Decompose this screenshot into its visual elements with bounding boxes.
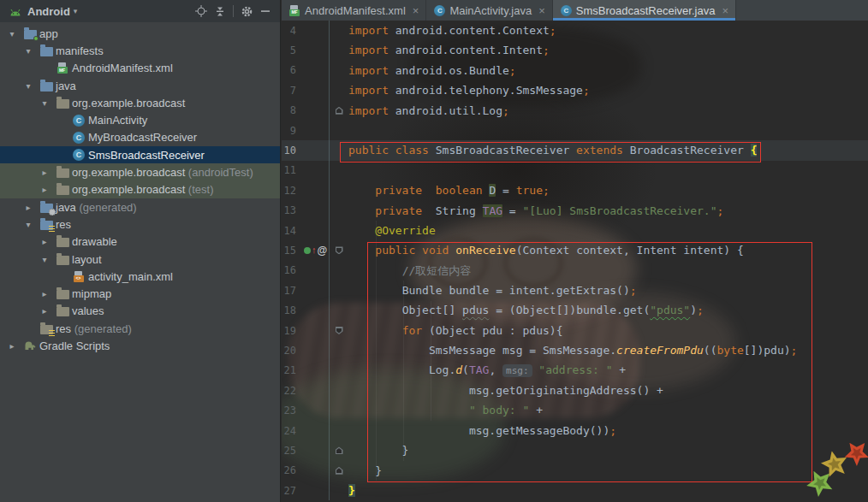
tree-item-label: MyBroadcastReceiver: [88, 131, 197, 144]
chevron-expanded-icon[interactable]: ▾: [23, 81, 33, 91]
tree-item-mipmap[interactable]: ▸mipmap: [0, 285, 280, 302]
code-text: }: [348, 461, 382, 481]
tree-item-label: layout: [72, 253, 102, 266]
tree-item-manifests[interactable]: ▾manifests: [0, 42, 280, 59]
tree-item-smsbroadcastreceiver[interactable]: CSmsBroadcastReceiver: [0, 146, 280, 163]
chevron-collapsed-icon[interactable]: ▸: [39, 168, 50, 177]
tab-close-icon[interactable]: ×: [413, 4, 419, 17]
code-line-14[interactable]: 14 @Override: [282, 221, 868, 240]
tree-item-drawable[interactable]: ▸drawable: [0, 233, 280, 251]
code-text: private boolean D = true;: [348, 180, 550, 200]
code-line-5[interactable]: 5import android.content.Intent;: [282, 40, 868, 60]
code-text: @Override: [348, 221, 436, 240]
code-line-16[interactable]: 16 //取短信内容: [282, 261, 868, 281]
code-text: msg.getMessageBody());: [348, 421, 616, 440]
locate-icon[interactable]: [192, 3, 211, 20]
tree-item-res-generated[interactable]: res (generated): [0, 320, 280, 337]
tree-item-java[interactable]: ▾java: [0, 77, 280, 94]
tree-item-java-generated[interactable]: ▸java (generated): [0, 198, 280, 216]
code-line-15[interactable]: 15↑@ public void onReceive(Context conte…: [282, 240, 868, 260]
tree-item-org-example-broadcast[interactable]: ▾org.example.broadcast: [0, 94, 280, 111]
tree-item-label: java (generated): [56, 201, 137, 214]
chevron-collapsed-icon[interactable]: ▸: [23, 203, 33, 212]
code-line-12[interactable]: 12 private boolean D = true;: [282, 180, 868, 200]
class-icon: C: [561, 5, 572, 16]
tab-mainactivity-java[interactable]: CMainActivity.java×: [426, 0, 552, 21]
chevron-collapsed-icon[interactable]: ▸: [39, 185, 50, 194]
code-line-7[interactable]: 7import android.telephony.SmsMessage;: [282, 80, 868, 100]
tree-item-label: org.example.broadcast: [72, 97, 185, 109]
code-line-18[interactable]: 18 Object[] pdus = (Object[])bundle.get(…: [282, 300, 868, 320]
tree-item-values[interactable]: ▸values: [0, 303, 280, 320]
chevron-expanded-icon[interactable]: ▾: [39, 255, 50, 264]
project-view-selector[interactable]: Android: [27, 5, 70, 18]
tree-item-layout[interactable]: ▾layout: [0, 251, 280, 268]
line-number: 4: [282, 25, 304, 37]
fold-end-icon[interactable]: [336, 467, 343, 475]
code-line-11[interactable]: 11: [282, 161, 868, 180]
tree-item-org-example-broadcast-androidtest[interactable]: ▸org.example.broadcast (androidTest): [0, 163, 280, 180]
fold-start-icon[interactable]: [336, 327, 343, 334]
chevron-down-icon[interactable]: ▾: [74, 7, 78, 15]
tree-item-label: manifests: [56, 44, 104, 57]
line-number: 17: [282, 285, 304, 297]
manifest-file-icon: MF: [57, 62, 68, 74]
tab-androidmanifest-xml[interactable]: MFAndroidManifest.xml×: [282, 0, 426, 21]
tab-close-icon[interactable]: ×: [722, 4, 728, 17]
collapse-all-icon[interactable]: [211, 3, 229, 20]
fold-end-icon[interactable]: [336, 446, 343, 454]
override-marker-icon[interactable]: [304, 247, 311, 254]
tree-item-org-example-broadcast-test[interactable]: ▸org.example.broadcast (test): [0, 181, 280, 198]
code-text: //取短信内容: [348, 261, 471, 281]
code-line-6[interactable]: 6import android.os.Bundle;: [282, 61, 868, 80]
chevron-expanded-icon[interactable]: ▾: [7, 29, 17, 38]
code-line-19[interactable]: 19 for (Object pdu : pdus){: [282, 321, 868, 340]
code-line-26[interactable]: 26 }: [282, 461, 868, 481]
chevron-collapsed-icon[interactable]: ▸: [39, 306, 50, 316]
chevron-collapsed-icon[interactable]: ▸: [39, 289, 50, 298]
hide-panel-icon[interactable]: [256, 3, 275, 20]
override-arrow-icon[interactable]: ↑: [312, 245, 317, 255]
code-line-13[interactable]: 13 private String TAG = "[Luo] SmsBroadc…: [282, 201, 868, 221]
chevron-collapsed-icon[interactable]: ▸: [7, 341, 17, 351]
class-icon: C: [73, 115, 85, 127]
class-icon: C: [73, 149, 85, 161]
code-editor[interactable]: 4import android.content.Context;5import …: [282, 21, 868, 502]
class-icon: C: [434, 5, 445, 16]
line-number: 21: [282, 364, 304, 376]
code-line-23[interactable]: 23 " body: " +: [282, 400, 868, 420]
settings-gear-icon[interactable]: [237, 3, 256, 20]
tree-item-scope-suffix: (generated): [76, 201, 137, 214]
tree-item-mainactivity[interactable]: CMainActivity: [0, 111, 280, 128]
code-line-22[interactable]: 22 msg.getOriginatingAddress() +: [282, 381, 868, 400]
tab-smsbroadcastreceiver-java[interactable]: CSmsBroadcastReceiver.java×: [553, 0, 736, 21]
manifest-file-icon: MF: [289, 5, 300, 16]
tab-label: SmsBroadcastReceiver.java: [576, 4, 716, 17]
fold-end-icon[interactable]: [336, 107, 343, 115]
folder-tan-icon: [56, 290, 69, 299]
chevron-expanded-icon[interactable]: ▾: [23, 220, 33, 229]
code-line-27[interactable]: 27}: [282, 481, 868, 500]
tree-item-scope-suffix: (generated): [71, 322, 132, 335]
chevron-expanded-icon[interactable]: ▾: [39, 98, 50, 108]
code-line-24[interactable]: 24 msg.getMessageBody());: [282, 421, 868, 440]
tree-item-app[interactable]: ▾app: [0, 25, 280, 42]
code-line-21[interactable]: 21 Log.d(TAG, msg: "address: " +: [282, 361, 868, 381]
tree-item-activity-main-xml[interactable]: <>activity_main.xml: [0, 268, 280, 285]
code-line-10[interactable]: 10public class SmsBroadcastReceiver exte…: [282, 140, 868, 160]
code-line-17[interactable]: 17 Bundle bundle = intent.getExtras();: [282, 281, 868, 300]
code-line-25[interactable]: 25 }: [282, 440, 868, 460]
tree-item-mybroadcastreceiver[interactable]: CMyBroadcastReceiver: [0, 129, 280, 146]
fold-start-icon[interactable]: [336, 246, 343, 254]
tree-item-gradle-scripts[interactable]: ▸Gradle Scripts: [0, 337, 280, 354]
code-line-4[interactable]: 4import android.content.Context;: [282, 21, 868, 40]
code-text: Log.d(TAG, msg: "address: " +: [348, 360, 626, 381]
tree-item-res[interactable]: ▾res: [0, 216, 280, 233]
chevron-expanded-icon[interactable]: ▾: [23, 46, 33, 56]
tab-close-icon[interactable]: ×: [538, 4, 545, 17]
code-line-20[interactable]: 20 SmsMessage msg = SmsMessage.createFro…: [282, 340, 868, 360]
code-line-9[interactable]: 9: [282, 121, 868, 140]
code-line-8[interactable]: 8import android.util.Log;: [282, 101, 868, 121]
chevron-collapsed-icon[interactable]: ▸: [39, 237, 50, 246]
tree-item-androidmanifest-xml[interactable]: MFAndroidManifest.xml: [0, 60, 280, 77]
